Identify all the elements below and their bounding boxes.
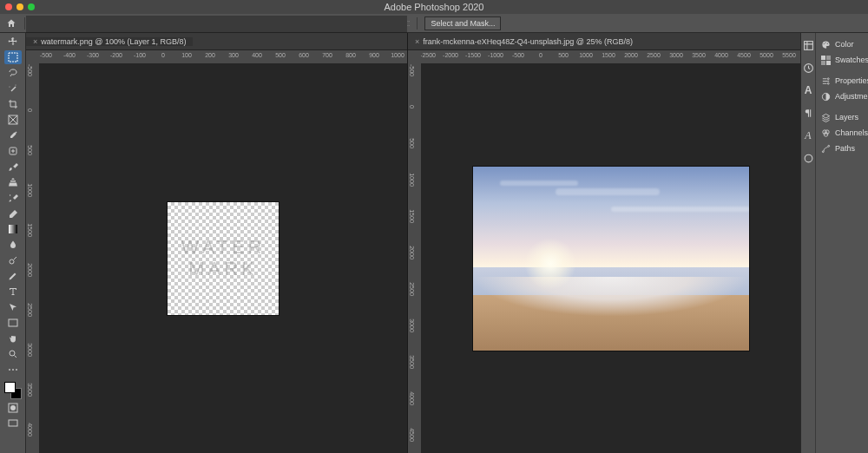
beach-canvas[interactable]	[473, 167, 749, 351]
dodge-tool[interactable]	[4, 253, 22, 267]
document-tab-2[interactable]: × frank-mckenna-eXHeq48Z-Q4-unsplash.jpg…	[408, 37, 640, 46]
history-icon[interactable]	[801, 61, 815, 75]
zoom-tool[interactable]	[4, 347, 22, 361]
marquee-tool[interactable]	[4, 50, 22, 64]
close-tab-icon[interactable]: ×	[33, 37, 37, 46]
layers-panel-icon	[820, 112, 831, 122]
svg-point-32	[827, 82, 829, 84]
window-controls	[0, 3, 35, 10]
magic-wand-tool[interactable]	[4, 82, 22, 95]
toolbox: ⋯	[0, 33, 26, 453]
gradient-tool[interactable]	[4, 222, 22, 236]
collapsed-panel-strip: A A	[801, 33, 816, 453]
watermark-text: WATER MARK	[181, 237, 266, 279]
rectangle-tool[interactable]	[4, 316, 22, 330]
healing-brush-tool[interactable]	[4, 144, 22, 158]
paragraph-panel-icon[interactable]	[801, 106, 815, 120]
titlebar: Adobe Photoshop 2020	[0, 0, 868, 14]
main-area: ⋯ × watermark.png @ 100% (Layer 1, RGB/8…	[0, 33, 868, 453]
path-selection-tool[interactable]	[4, 300, 22, 314]
right-panel-dock: A A Color Swatches Properties Adjustment…	[800, 33, 868, 453]
paths-panel[interactable]: Paths	[816, 141, 868, 156]
document-tab-label: frank-mckenna-eXHeq48Z-Q4-unsplash.jpg @…	[423, 37, 633, 46]
document-pane-1: × watermark.png @ 100% (Layer 1, RGB/8) …	[26, 33, 408, 453]
eraser-tool[interactable]	[4, 207, 22, 220]
svg-rect-30	[826, 61, 831, 65]
svg-point-25	[825, 42, 825, 43]
svg-point-23	[805, 154, 812, 162]
documents-row: × watermark.png @ 100% (Layer 1, RGB/8) …	[26, 33, 800, 453]
adjustments-panel[interactable]: Adjustments	[816, 89, 868, 104]
character-panel-icon[interactable]: A	[801, 83, 815, 97]
color-panel[interactable]: Color	[816, 36, 868, 52]
svg-rect-22	[804, 41, 812, 49]
svg-point-18	[10, 351, 15, 356]
document-pane-2: × frank-mckenna-eXHeq48Z-Q4-unsplash.jpg…	[408, 33, 800, 453]
canvas-area-2[interactable]	[421, 63, 800, 453]
layers-panel[interactable]: Layers	[816, 109, 868, 125]
panel-label: Adjustments	[835, 92, 868, 101]
edit-toolbar-button[interactable]: ⋯	[4, 363, 22, 377]
extra-panel-icon[interactable]	[801, 151, 815, 165]
crop-tool[interactable]	[4, 97, 22, 111]
app-title: Adobe Photoshop 2020	[385, 2, 484, 12]
maximize-window-button[interactable]	[28, 3, 35, 10]
panel-label: Layers	[835, 113, 858, 121]
close-tab-icon[interactable]: ×	[415, 37, 419, 46]
ruler-corner	[408, 50, 421, 63]
vertical-ruler-left[interactable]: -50005001000150020002500300035004000	[26, 63, 39, 453]
svg-point-26	[826, 43, 827, 43]
color-swatches[interactable]	[4, 382, 22, 399]
frame-tool[interactable]	[4, 113, 22, 127]
hand-tool[interactable]	[4, 332, 22, 345]
properties-panel[interactable]: Properties	[816, 73, 868, 89]
svg-point-38	[827, 145, 829, 147]
svg-point-36	[824, 132, 828, 136]
lasso-tool[interactable]	[4, 66, 22, 80]
svg-point-9	[15, 85, 16, 86]
horizontal-ruler-left[interactable]: -500-400-300-200-10001002003004005006007…	[39, 50, 407, 63]
svg-rect-21	[9, 420, 17, 426]
glyphs-panel-icon[interactable]: A	[801, 128, 815, 142]
eyedropper-tool[interactable]	[4, 128, 22, 142]
horizontal-ruler-right[interactable]: -2500-2000-1500-1000-5000500100015002000…	[421, 50, 800, 63]
minimize-window-button[interactable]	[16, 3, 23, 10]
blur-tool[interactable]	[4, 238, 22, 252]
quick-mask-button[interactable]	[4, 401, 22, 415]
clone-stamp-tool[interactable]	[4, 175, 22, 189]
foreground-color-swatch[interactable]	[4, 382, 16, 393]
pen-tool[interactable]	[4, 269, 22, 283]
type-tool[interactable]	[4, 285, 22, 299]
panel-label: Properties	[835, 76, 868, 85]
move-tool[interactable]	[4, 35, 22, 49]
color-panel-icon	[820, 39, 831, 49]
svg-point-10	[9, 87, 10, 88]
panel-label: Paths	[835, 144, 855, 153]
history-brush-tool[interactable]	[4, 191, 22, 205]
screen-mode-button[interactable]	[4, 417, 22, 430]
panel-list: Color Swatches Properties Adjustments La…	[816, 33, 868, 453]
brush-tool[interactable]	[4, 160, 22, 174]
document-tab-1[interactable]: × watermark.png @ 100% (Layer 1, RGB/8)	[26, 37, 193, 46]
close-window-button[interactable]	[5, 3, 12, 10]
swatches-panel-icon	[820, 55, 831, 65]
vertical-ruler-right[interactable]: -500050010001500200025003000350040004500	[408, 63, 421, 453]
select-and-mask-button[interactable]: Select and Mask...	[424, 16, 501, 30]
svg-rect-8	[9, 53, 17, 62]
doc-tabs-left	[26, 16, 407, 33]
svg-rect-15	[9, 225, 17, 233]
swatches-panel[interactable]: Swatches	[816, 52, 868, 68]
channels-panel-icon	[820, 128, 831, 138]
home-icon[interactable]	[5, 17, 17, 30]
panel-label: Swatches	[835, 56, 868, 64]
channels-panel[interactable]: Channels	[816, 125, 868, 141]
watermark-canvas[interactable]: WATER MARK	[168, 202, 279, 315]
svg-point-31	[827, 77, 829, 79]
svg-point-24	[823, 43, 824, 43]
svg-point-16	[10, 259, 14, 264]
libraries-icon[interactable]	[801, 38, 815, 52]
canvas-area-1[interactable]: WATER MARK	[39, 63, 407, 453]
ruler-corner	[26, 50, 39, 63]
paths-panel-icon	[820, 143, 831, 154]
svg-rect-29	[821, 61, 825, 65]
